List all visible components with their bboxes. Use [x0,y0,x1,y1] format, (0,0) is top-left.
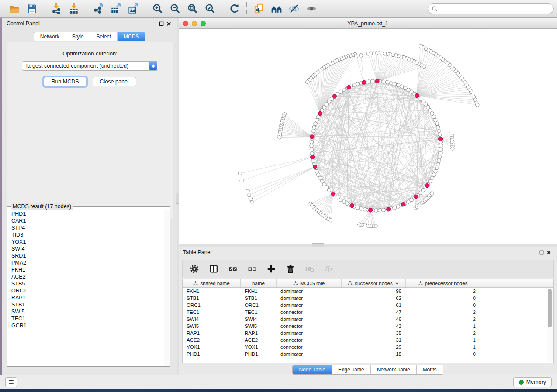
close-panel-button[interactable] [545,250,553,255]
mcds-result-item[interactable]: RAP1 [8,294,164,301]
close-panel-button[interactable] [165,21,173,26]
table-body: FKH1FKH1dominator962STB1STB1dominator620… [183,288,553,358]
column-header-successor-nodes[interactable]: successor nodes [342,279,406,287]
toolbar-separator [86,2,86,15]
first-neighbors-icon [271,3,282,14]
mcds-result-item[interactable]: TEC1 [8,315,164,322]
table-row[interactable]: ORC1ORC1dominator610 [183,302,553,309]
search-icon [432,6,438,12]
select-stepper-icon [149,62,157,70]
mcds-result-item[interactable]: CAR1 [8,217,164,224]
mcds-result-item[interactable]: PMA2 [8,259,164,266]
mcds-list-scrollbar[interactable] [164,210,170,366]
table-header-row: shared namenameMCDS rolesuccessor nodesp… [183,279,553,288]
control-panel: Control Panel NetworkStyleSelectMCDS Opt… [2,18,177,375]
mcds-result-item[interactable]: GCR1 [8,322,164,329]
mcds-result-item[interactable]: FKH1 [8,266,164,273]
mcds-result-item[interactable]: SRD1 [8,252,164,259]
tab-edge-table[interactable]: Edge Table [332,365,370,374]
export-table-button[interactable] [109,2,122,15]
control-panel-title: Control Panel [7,21,40,27]
optimization-criterion-select[interactable]: largest connected component (undirected) [22,61,158,71]
import-network-button[interactable] [50,2,63,15]
close-mcds-panel-button[interactable]: Close panel [93,77,136,86]
show-all-icon [306,3,317,14]
shared-column-icon [293,281,298,285]
show-columns-button[interactable] [208,263,219,275]
refresh-button[interactable] [228,2,241,15]
first-neighbors-button[interactable] [270,2,283,15]
import-table-button[interactable] [67,2,80,15]
table-row[interactable]: YOX1YOX1connector291 [183,344,553,351]
save-session-button[interactable] [25,2,38,15]
table-row[interactable]: FKH1FKH1dominator962 [183,288,553,295]
shared-column-icon [348,281,353,285]
mcds-result-item[interactable]: TID3 [8,231,164,238]
table-row[interactable]: PHD1PHD1dominator180 [183,351,553,358]
table-scrollbar[interactable] [547,288,553,362]
select-all-button[interactable] [227,263,239,275]
table-row[interactable]: SWI4SWI4dominator462 [183,316,553,323]
tab-node-table[interactable]: Node Table [293,365,332,374]
deselect-all-button[interactable] [246,263,258,275]
column-header-MCDS-role[interactable]: MCDS role [277,279,342,287]
tab-select[interactable]: Select [90,32,117,41]
show-all-button[interactable] [305,2,318,15]
zoom-out-button[interactable] [169,2,182,15]
tab-network-table[interactable]: Network Table [370,365,416,374]
mcds-result-item[interactable]: STP4 [8,224,164,231]
mcds-result-item[interactable]: SWI4 [8,245,164,252]
open-session-icon [9,3,20,14]
task-history-button[interactable] [5,377,17,387]
tab-motifs[interactable]: Motifs [416,365,443,374]
table-row[interactable]: RAP1RAP1dominator352 [183,330,553,337]
add-column-button[interactable] [266,263,277,275]
mcds-result-item[interactable]: ORC1 [8,287,164,294]
run-mcds-button[interactable]: Run MCDS [44,77,86,86]
table-row[interactable]: ACE2ACE2connector311 [183,337,553,344]
settings-gear-button[interactable] [189,263,200,275]
export-table-icon [110,3,121,14]
mcds-result-item[interactable]: PHD1 [8,210,164,217]
mcds-result-item[interactable]: ACE2 [8,273,164,280]
network-canvas[interactable] [179,29,557,244]
tab-network[interactable]: Network [34,32,66,41]
new-network-from-selection-button[interactable] [253,2,266,15]
control-panel-titlebar: Control Panel [2,18,177,29]
column-header-shared-name[interactable]: shared name [183,279,241,287]
refresh-icon [229,3,240,14]
table-row[interactable]: SWI5SWI5connector431 [183,323,553,330]
column-header-predecessor-nodes[interactable]: predecessor nodes [406,279,480,287]
column-header-name[interactable]: name [241,279,277,287]
open-session-button[interactable] [8,2,21,15]
float-panel-button[interactable] [158,21,165,26]
table-row[interactable]: TEC1TEC1connector472 [183,309,553,316]
zoom-fit-button[interactable] [186,2,199,15]
zoom-selected-button[interactable] [204,2,217,15]
float-panel-button[interactable] [538,250,545,255]
scrollbar-thumb[interactable] [548,289,552,327]
tab-mcds[interactable]: MCDS [117,32,145,41]
control-panel-tabs: NetworkStyleSelectMCDS [34,32,145,41]
table-row[interactable]: STB1STB1dominator620 [183,295,553,302]
memory-label: Memory [526,379,546,385]
export-image-icon [128,3,139,14]
mcds-result-item[interactable]: STB5 [8,280,164,287]
export-network-button[interactable] [92,2,105,15]
delete-table-icon [305,263,315,275]
toolbar-separator [246,2,247,15]
search-input[interactable] [428,3,554,14]
export-image-button[interactable] [127,2,140,15]
search-container [428,3,554,14]
memory-button[interactable]: Memory [513,377,552,387]
table-toolbar [182,260,554,278]
tab-style[interactable]: Style [66,32,90,41]
hide-selection-button[interactable] [287,2,301,15]
zoom-in-button[interactable] [151,2,164,15]
mcds-result-item[interactable]: SWI5 [8,308,164,315]
settings-gear-icon [190,263,199,275]
delete-column-button[interactable] [285,263,296,275]
desktop-wallpaper-strip [0,389,557,392]
mcds-result-item[interactable]: YOX1 [8,238,164,245]
mcds-result-item[interactable]: STB1 [8,301,164,308]
